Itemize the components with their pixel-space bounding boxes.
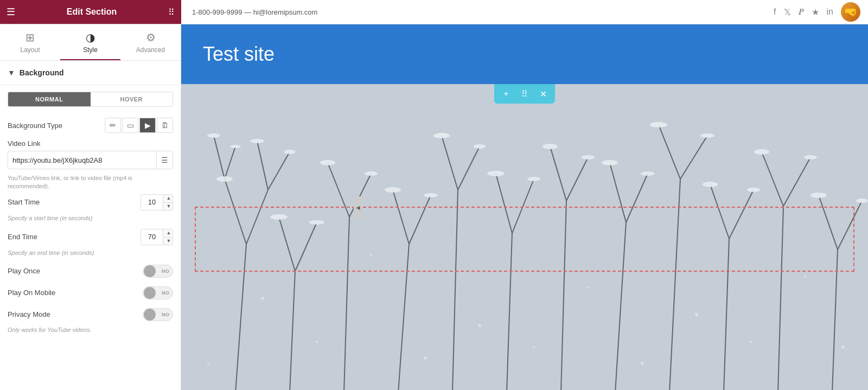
svg-point-71 (587, 286, 589, 289)
hover-btn[interactable]: HOVER (91, 92, 173, 106)
privacy-mode-knob (144, 309, 156, 321)
privacy-mode-toggle[interactable]: NO (143, 308, 173, 321)
main-layout: ⊞ Layout ◑ Style ⚙ Advanced ▼ Background… (0, 24, 868, 390)
background-type-icons: ✏ ▭ ▶ 🗓 (105, 118, 173, 133)
yelp-icon[interactable]: ★ (812, 7, 819, 17)
state-toggle: NORMAL HOVER (8, 92, 173, 107)
play-once-label: Play Once (8, 267, 40, 275)
svg-point-59 (424, 193, 438, 197)
svg-point-63 (641, 171, 655, 176)
tab-layout-label: Layout (20, 46, 40, 54)
twitter-icon[interactable]: 𝕏 (784, 7, 791, 17)
privacy-mode-no: NO (162, 312, 169, 317)
svg-point-47 (365, 171, 378, 176)
tab-advanced[interactable]: ⚙ Advanced (120, 24, 181, 60)
tab-style-label: Style (83, 46, 98, 54)
svg-point-55 (804, 155, 817, 159)
background-section-header[interactable]: ▼ Background (0, 61, 181, 85)
start-time-up[interactable]: ▲ (163, 195, 173, 202)
facebook-icon[interactable]: f (774, 7, 776, 17)
svg-point-57 (309, 220, 324, 225)
end-time-input[interactable] (141, 230, 163, 244)
bg-type-gradient[interactable]: ▭ (122, 118, 138, 133)
avatar[interactable]: 🤜 (841, 2, 860, 22)
video-link-media-btn[interactable]: ☰ (156, 151, 173, 169)
end-time-up[interactable]: ▲ (163, 229, 173, 237)
float-toolbar: + ⠿ ✕ (494, 84, 555, 104)
play-on-mobile-toggle[interactable]: NO (143, 286, 173, 299)
start-time-row: Start Time ▲ ▼ (0, 191, 181, 214)
start-time-input[interactable] (141, 195, 163, 209)
move-section-btn[interactable]: ⠿ (518, 87, 531, 100)
canvas-header: Test site (181, 24, 868, 84)
play-once-row: Play Once NO (0, 260, 181, 282)
end-time-input-wrap: ▲ ▼ (141, 229, 173, 245)
svg-point-77 (641, 362, 644, 365)
svg-point-73 (804, 276, 806, 278)
svg-point-69 (370, 254, 372, 256)
sidebar: ⊞ Layout ◑ Style ⚙ Advanced ▼ Background… (0, 24, 181, 390)
add-section-btn[interactable]: + (500, 87, 513, 100)
close-section-btn[interactable]: ✕ (537, 87, 550, 100)
play-once-knob (144, 265, 156, 277)
end-time-hint: Specify an end time (in seconds) (0, 248, 181, 260)
video-link-section: Video Link ☰ (0, 137, 181, 171)
collapse-icon: ▼ (8, 68, 15, 77)
start-time-down[interactable]: ▼ (163, 202, 173, 210)
svg-point-54 (754, 149, 769, 155)
video-link-input-row: ☰ (8, 151, 173, 169)
end-time-down[interactable]: ▼ (163, 237, 173, 245)
play-on-mobile-label: Play On Mobile (8, 289, 55, 297)
svg-point-68 (261, 297, 264, 300)
svg-point-64 (703, 182, 718, 187)
bg-type-color[interactable]: ✏ (105, 118, 121, 133)
top-bar-left: ☰ Edit Section ⠿ (0, 0, 181, 24)
play-on-mobile-row: Play On Mobile NO (0, 282, 181, 304)
svg-point-74 (316, 341, 318, 343)
svg-point-44 (250, 139, 264, 143)
svg-point-65 (747, 188, 760, 192)
svg-point-70 (478, 324, 481, 327)
site-title: Test site (203, 43, 275, 66)
svg-rect-0 (181, 84, 868, 390)
tab-layout[interactable]: ⊞ Layout (0, 24, 60, 60)
bg-type-slideshow[interactable]: 🗓 (157, 118, 173, 133)
svg-point-50 (542, 144, 558, 149)
svg-point-42 (207, 133, 220, 138)
top-bar-contact: 1-800-999-9999 — hi@loremipsum.com (181, 8, 774, 16)
normal-btn[interactable]: NORMAL (8, 92, 91, 106)
sidebar-collapse-btn[interactable]: ◀ (354, 196, 362, 218)
svg-point-62 (602, 160, 618, 165)
video-link-label: Video Link (8, 139, 173, 148)
svg-point-76 (533, 346, 535, 348)
svg-point-61 (527, 177, 540, 181)
svg-point-58 (385, 187, 401, 193)
background-type-row: Background Type ✏ ▭ ▶ 🗓 (0, 113, 181, 137)
start-time-label: Start Time (8, 198, 40, 206)
svg-point-52 (650, 122, 667, 127)
play-once-toggle[interactable]: NO (143, 265, 173, 278)
advanced-icon: ⚙ (146, 31, 156, 44)
canvas-area: Test site (181, 24, 868, 390)
bg-type-video[interactable]: ▶ (139, 118, 156, 133)
tab-style[interactable]: ◑ Style (60, 24, 120, 60)
privacy-mode-row: Privacy Mode NO (0, 304, 181, 325)
svg-point-67 (856, 199, 868, 203)
style-icon: ◑ (86, 31, 95, 44)
svg-point-60 (487, 171, 505, 176)
svg-point-53 (700, 133, 714, 138)
linkedin-icon[interactable]: in (827, 7, 833, 17)
svg-point-80 (841, 346, 845, 349)
svg-point-48 (433, 133, 450, 138)
hamburger-icon[interactable]: ☰ (7, 6, 15, 18)
end-time-row: End Time ▲ ▼ (0, 226, 181, 248)
svg-point-79 (207, 362, 209, 365)
background-label: Background (20, 68, 64, 77)
start-time-hint: Specify a start time (in seconds) (0, 214, 181, 226)
svg-point-56 (270, 214, 288, 220)
grid-icon[interactable]: ⠿ (168, 7, 175, 17)
start-time-input-wrap: ▲ ▼ (141, 194, 173, 210)
svg-point-66 (810, 193, 827, 198)
pinterest-icon[interactable]: 𝑷 (799, 7, 804, 17)
video-link-input[interactable] (8, 152, 156, 168)
